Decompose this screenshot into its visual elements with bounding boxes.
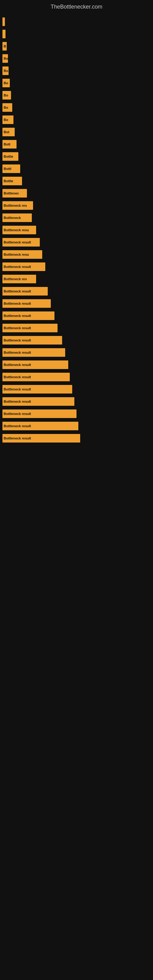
bar-label: Bottleneck result xyxy=(4,400,31,403)
bar-label: Bottlenec xyxy=(4,191,19,195)
bar-label: Bottleneck result xyxy=(4,240,31,244)
bar-row: Bottleneck result xyxy=(2,432,153,444)
bar-label: Bottleneck result xyxy=(4,375,31,379)
bar-row: Bottleneck result xyxy=(2,371,153,383)
bar-label: Bottleneck resu xyxy=(4,253,29,256)
bar-item: Bo xyxy=(2,91,11,100)
bar-row: Bottleneck res xyxy=(2,273,153,285)
bar-item: Bottleneck xyxy=(2,213,32,222)
bar-item: Bottleneck result xyxy=(2,373,70,381)
bar-item xyxy=(2,30,5,38)
bar-label: Bottleneck result xyxy=(4,314,31,318)
bar-label: Bot xyxy=(4,130,9,134)
bar-row xyxy=(2,16,153,28)
bar-row: Bo xyxy=(2,89,153,101)
bar-row: Bottleneck xyxy=(2,212,153,224)
bar-item: Bottleneck result xyxy=(2,360,68,369)
bar-row: Bottleneck result xyxy=(2,285,153,298)
bar-row: Bottl xyxy=(2,162,153,175)
bar-row: Bottleneck result xyxy=(2,334,153,346)
bar-item: Bottleneck result xyxy=(2,409,76,418)
bar-item: Bo xyxy=(2,103,12,112)
site-title-bar: TheBottlenecker.com xyxy=(0,0,153,13)
bar-row: Bottleneck resu xyxy=(2,248,153,261)
bar-item: Bottleneck resu xyxy=(2,226,36,234)
bar-item: Bo xyxy=(2,54,8,63)
bar-row: Bo xyxy=(2,101,153,114)
bar-label: Bottleneck resu xyxy=(4,228,29,232)
bar-row: Bottlenec xyxy=(2,187,153,199)
bar-row: Bottleneck res xyxy=(2,199,153,212)
bar-item: Bo xyxy=(2,67,9,75)
bar-row: Bottle xyxy=(2,150,153,162)
bar-item: Bottlenec xyxy=(2,189,27,197)
bar-label: Bottle xyxy=(4,179,13,183)
bar-label: Bo xyxy=(4,81,8,85)
bar-label: Bottleneck result xyxy=(4,351,31,354)
bar-label: Bottl xyxy=(4,167,11,170)
bar-row: Bottle xyxy=(2,175,153,187)
bar-item: Bottleneck result xyxy=(2,397,74,406)
bar-label: Bottleneck result xyxy=(4,412,31,415)
bar-item: Bottleneck result xyxy=(2,422,78,430)
bar-label: Bottle xyxy=(4,155,13,158)
bar-label: Bott xyxy=(4,142,10,146)
bar-row: Bo xyxy=(2,114,153,126)
bar-label: Bottleneck result xyxy=(4,290,31,293)
bar-item: Bottleneck result xyxy=(2,348,65,357)
bar-label: Bottleneck result xyxy=(4,302,31,305)
bar-item: Bottl xyxy=(2,164,20,173)
bar-item: Bottle xyxy=(2,152,18,161)
bar-item: Bottle xyxy=(2,177,22,185)
bar-row: Bottleneck result xyxy=(2,407,153,420)
bar-item xyxy=(2,18,5,26)
bar-item: Bottleneck resu xyxy=(2,250,42,259)
bar-item: Bo xyxy=(2,79,10,87)
bar-item: Bottleneck result xyxy=(2,336,62,345)
bar-row: Bottleneck result xyxy=(2,261,153,273)
bar-label: Bo xyxy=(4,69,8,73)
bar-label: Bottleneck xyxy=(4,216,21,220)
bar-row: Bottleneck result xyxy=(2,383,153,395)
bar-item: Bottleneck result xyxy=(2,385,72,393)
bar-row: Bo xyxy=(2,65,153,77)
bar-label: B xyxy=(4,45,6,48)
bar-row: Bottleneck result xyxy=(2,236,153,248)
bar-item: Bottleneck result xyxy=(2,299,51,308)
bar-label: Bottleneck result xyxy=(4,265,31,269)
bar-item: Bottleneck result xyxy=(2,312,54,320)
bars-container: BBoBoBoBoBoBoBotBottBottleBottlBottleBot… xyxy=(0,13,153,444)
bar-label: Bo xyxy=(4,106,8,109)
bar-item: Bottleneck result xyxy=(2,287,48,296)
bar-row: Bo xyxy=(2,77,153,89)
bar-label: Bo xyxy=(4,94,8,97)
bar-row: Bottleneck result xyxy=(2,310,153,322)
bar-label: Bo xyxy=(4,57,8,60)
bar-label: Bo xyxy=(4,118,8,122)
bar-label: Bottleneck res xyxy=(4,277,27,281)
bar-item: Bott xyxy=(2,140,16,148)
bar-item: Bottleneck result xyxy=(2,262,45,271)
bar-item: Bottleneck res xyxy=(2,201,33,210)
bar-item: Bottleneck result xyxy=(2,324,57,332)
bar-row: Bott xyxy=(2,138,153,150)
bar-label: Bottleneck result xyxy=(4,424,31,428)
bar-label: Bottleneck result xyxy=(4,363,31,367)
bar-row: Bottleneck result xyxy=(2,395,153,407)
bar-label: Bottleneck result xyxy=(4,387,31,391)
bar-label: Bottleneck result xyxy=(4,326,31,330)
bar-row: Bo xyxy=(2,52,153,65)
bar-item: Bot xyxy=(2,128,15,136)
site-title: TheBottlenecker.com xyxy=(0,0,153,13)
bar-item: Bottleneck result xyxy=(2,238,40,247)
bar-item: Bottleneck res xyxy=(2,275,36,283)
bar-item: Bo xyxy=(2,115,13,124)
bar-row: Bottleneck result xyxy=(2,346,153,359)
bar-row: Bottleneck result xyxy=(2,322,153,334)
bar-label: Bottleneck result xyxy=(4,436,31,440)
bar-row: Bottleneck result xyxy=(2,420,153,432)
bar-label: Bottleneck result xyxy=(4,339,31,342)
bar-row: B xyxy=(2,40,153,52)
bar-row: Bottleneck result xyxy=(2,298,153,310)
bar-row xyxy=(2,28,153,40)
